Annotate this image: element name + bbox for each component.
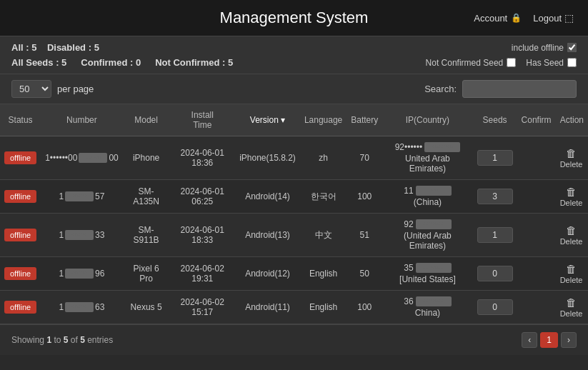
delete-button[interactable]: 🗑Delete — [560, 263, 583, 284]
table-row: offline1•••••96Pixel 6 Pro2024-06-02 19:… — [0, 257, 588, 291]
page-title: Management System — [220, 9, 369, 27]
cell-confirm — [517, 257, 556, 291]
cell-number: 1•••••96 — [41, 257, 123, 291]
cell-version: Android(12) — [235, 257, 300, 291]
header: Management System Account 🔒 Logout ⬚ — [0, 0, 588, 36]
status-badge: offline — [4, 151, 36, 164]
cell-number: 1•••••57 — [41, 180, 123, 214]
table-row: offline1•••••57SM-A135N2024-06-01 06:25A… — [0, 180, 588, 214]
trash-icon: 🗑 — [566, 224, 577, 236]
seed-stats: All Seeds : 5 Confirmed : 0 Not Confirme… — [11, 57, 233, 68]
col-install-time: InstallTime — [169, 104, 235, 136]
search-label: Search: — [424, 84, 457, 94]
cell-action: 🗑Delete — [556, 214, 588, 257]
cell-number: 1•••••33 — [41, 214, 123, 257]
cell-status: offline — [0, 291, 41, 324]
logout-icon: ⬚ — [564, 12, 574, 24]
cell-battery: 51 — [347, 214, 382, 257]
include-offline-checkbox[interactable] — [567, 43, 577, 52]
cell-number: 1••••••00•••••00 — [41, 136, 123, 180]
col-status: Status — [0, 104, 41, 136]
cell-battery: 70 — [347, 136, 382, 180]
search-input[interactable] — [462, 80, 577, 98]
header-actions: Account 🔒 Logout ⬚ — [474, 12, 574, 24]
all-seeds-stat: All Seeds : 5 — [11, 57, 66, 68]
seeds-input[interactable] — [477, 150, 513, 166]
col-confirm: Confirm — [517, 104, 556, 136]
all-stat: All : 5 Disabled : 5 — [11, 42, 99, 53]
cell-action: 🗑Delete — [556, 136, 588, 180]
per-page-select[interactable]: 50 25 100 — [11, 80, 51, 98]
cell-language: 中文 — [300, 214, 347, 257]
cell-ip-country: 11•••••••(China) — [382, 180, 472, 214]
seeds-input[interactable] — [477, 227, 513, 243]
delete-button[interactable]: 🗑Delete — [560, 296, 583, 318]
cell-confirm — [517, 214, 556, 257]
cell-version: iPhone(15.8.2) — [235, 136, 300, 180]
col-battery: Battery — [347, 104, 382, 136]
has-seed-checkbox[interactable] — [567, 58, 577, 67]
has-seed-filter: Has Seed — [526, 58, 577, 68]
logout-button[interactable]: Logout ⬚ — [533, 12, 574, 24]
seeds-input[interactable] — [477, 299, 513, 315]
cell-model: Nexus 5 — [123, 291, 170, 324]
cell-install-time: 2024-06-01 18:33 — [169, 214, 235, 257]
showing-text: Showing 1 to 5 of 5 entries — [11, 335, 113, 345]
search-wrap: Search: — [424, 80, 577, 98]
cell-action: 🗑Delete — [556, 180, 588, 214]
cell-number: 1•••••63 — [41, 291, 123, 324]
cell-install-time: 2024-06-02 15:17 — [169, 291, 235, 324]
trash-icon: 🗑 — [566, 263, 577, 275]
cell-confirm — [517, 180, 556, 214]
cell-model: SM-A135N — [123, 180, 170, 214]
page-1-button[interactable]: 1 — [540, 332, 558, 348]
table-header: Status Number Model InstallTime Version … — [0, 104, 588, 136]
status-badge: offline — [4, 229, 36, 241]
not-confirmed-seed-checkbox[interactable] — [507, 58, 516, 67]
delete-button[interactable]: 🗑Delete — [560, 147, 583, 169]
table-body: offline1••••••00•••••00iPhone2024-06-01 … — [0, 136, 588, 324]
per-page-wrap: 50 25 100 per page — [11, 80, 94, 98]
seeds-input[interactable] — [477, 266, 513, 281]
cell-model: SM-S911B — [123, 214, 170, 257]
account-button[interactable]: Account 🔒 — [474, 13, 522, 24]
delete-button[interactable]: 🗑Delete — [560, 186, 583, 207]
col-ip-country: IP(Country) — [382, 104, 472, 136]
not-confirmed-seed-filter: Not Confirmed Seed — [426, 58, 517, 68]
logout-label: Logout — [533, 13, 562, 24]
cell-install-time: 2024-06-01 06:25 — [169, 180, 235, 214]
cell-language: English — [300, 257, 347, 291]
include-offline-filter: include offline — [512, 43, 577, 53]
table-row: offline1••••••00•••••00iPhone2024-06-01 … — [0, 136, 588, 180]
account-label: Account — [474, 13, 507, 24]
delete-button[interactable]: 🗑Delete — [560, 224, 583, 246]
cell-status: offline — [0, 180, 41, 214]
cell-install-time: 2024-06-01 18:36 — [169, 136, 235, 180]
col-seeds: Seeds — [473, 104, 517, 136]
status-badge: offline — [4, 301, 36, 314]
cell-confirm — [517, 291, 556, 324]
cell-model: Pixel 6 Pro — [123, 257, 170, 291]
confirmed-stat: Confirmed : 0 — [81, 57, 141, 68]
cell-ip-country: 35•••••••[United States] — [382, 257, 472, 291]
cell-action: 🗑Delete — [556, 257, 588, 291]
seeds-input[interactable] — [477, 189, 513, 204]
footer: Showing 1 to 5 of 5 entries ‹ 1 › — [0, 324, 588, 355]
cell-version: Android(11) — [235, 291, 300, 324]
cell-language: 한국어 — [300, 180, 347, 214]
cell-seeds — [473, 291, 517, 324]
col-version[interactable]: Version ▾ — [235, 104, 300, 136]
status-badge: offline — [4, 267, 36, 280]
cell-seeds — [473, 257, 517, 291]
next-page-button[interactable]: › — [561, 332, 577, 348]
cell-version: Android(14) — [235, 180, 300, 214]
cell-battery: 50 — [347, 257, 382, 291]
cell-status: offline — [0, 214, 41, 257]
cell-seeds — [473, 136, 517, 180]
cell-language: zh — [300, 136, 347, 180]
pagination: ‹ 1 › — [522, 332, 577, 348]
seed-filters: Not Confirmed Seed Has Seed — [426, 58, 577, 68]
cell-version: Android(13) — [235, 214, 300, 257]
prev-page-button[interactable]: ‹ — [522, 332, 537, 348]
cell-ip-country: 36•••••••China) — [382, 291, 472, 324]
